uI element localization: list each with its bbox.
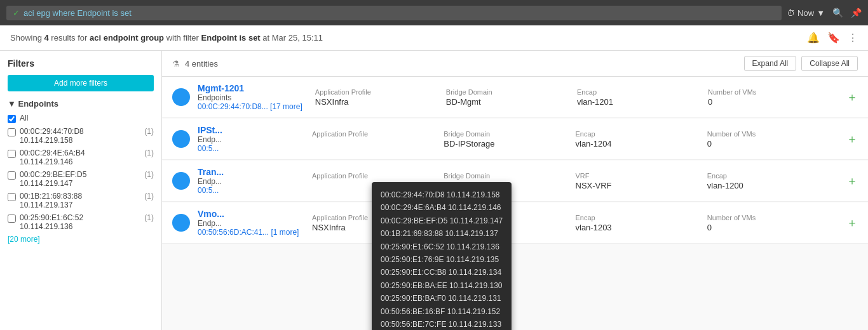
all-label: All: [20, 114, 28, 122]
pin-icon[interactable]: 📌: [851, 8, 862, 18]
tooltip-entry-11: 00:50:56:BE:7C:FE 10.114.219.133: [381, 318, 503, 330]
filter-funnel-icon: ⚗: [172, 59, 180, 69]
epg-col-value-encap-2: vlan-1204: [576, 139, 697, 148]
epg-col-value-vms-1: 0: [708, 97, 829, 107]
tooltip-entry-7: 00:25:90:E1:CC:B8 10.114.219.134: [381, 266, 503, 279]
entity-type: aci endpoint group: [90, 33, 164, 43]
toolbar-right: Expand All Collapse All: [744, 56, 858, 71]
epg-expand-4[interactable]: ＋: [846, 215, 858, 230]
filter-checkbox-5[interactable]: [8, 214, 16, 223]
epg-col-value-bd-1: BD-Mgmt: [446, 97, 567, 107]
epg-col-value-vms-4: 0: [707, 223, 829, 232]
sidebar: Filters Add more filters ▼ Endpoints All…: [0, 51, 162, 330]
epg-circle-3: [172, 172, 190, 190]
epg-endpoint-more-4[interactable]: [1 more]: [271, 228, 299, 237]
filter-checkbox-1[interactable]: [8, 128, 16, 136]
filter-count-1: (1): [144, 127, 154, 136]
epg-sub-3: Endp...: [198, 177, 299, 186]
header-icons: 🔔 🔖 ⋮: [807, 32, 858, 44]
epg-col-label-vrf-3: VRF: [576, 172, 697, 180]
now-button[interactable]: ⏱ Now ▼: [787, 8, 825, 18]
epg-endpoint-text-2[interactable]: 00:5...: [198, 144, 219, 153]
top-bar-icons: ⏱ Now ▼ 🔍 📌: [787, 8, 862, 18]
epg-col-label-vms-1: Number of VMs: [708, 88, 829, 96]
epg-col-app-1: Application Profile NSXInfra: [310, 88, 441, 107]
tooltip-entry-1: 00:0C:29:44:70:D8 10.114.219.158: [381, 188, 503, 201]
epg-info-1: Mgmt-1201 Endpoints 00:0C:29:44:70:D8...…: [198, 83, 302, 111]
epg-name-1[interactable]: Mgmt-1201: [198, 83, 302, 93]
filter-item-2[interactable]: 00:0C:29:4E:6A:B410.114.219.146 (1): [8, 148, 154, 166]
filter-all[interactable]: All: [8, 114, 154, 123]
epg-endpoint-more-1[interactable]: [17 more]: [270, 102, 302, 111]
epg-col-label-vms-2: Number of VMs: [707, 130, 829, 138]
tooltip-entry-2: 00:0C:29:4E:6A:B4 10.114.219.146: [381, 201, 503, 214]
epg-endpoint-1[interactable]: 00:0C:29:44:70:D8... [17 more]: [198, 102, 302, 111]
epg-col-vms-4: Number of VMs 0: [702, 214, 834, 232]
expand-all-button[interactable]: Expand All: [744, 56, 797, 71]
filter-item-4[interactable]: 00:1B:21:69:83:8810.114.219.137 (1): [8, 192, 154, 209]
add-filter-button[interactable]: Add more filters: [8, 75, 154, 91]
search-query-bar[interactable]: ✓ aci epg where Endpoint is set: [6, 6, 782, 20]
main-layout: Filters Add more filters ▼ Endpoints All…: [0, 51, 868, 330]
epg-cols-2: Application Profile Bridge Domain BD-IPS…: [307, 130, 834, 148]
epg-row-header-1: Mgmt-1201 Endpoints 00:0C:29:44:70:D8...…: [162, 77, 868, 117]
check-icon: ✓: [13, 8, 20, 18]
filter-checkbox-2[interactable]: [8, 150, 16, 158]
more-icon[interactable]: ⋮: [848, 32, 858, 44]
epg-endpoint-text-3[interactable]: 00:5...: [198, 186, 219, 195]
epg-col-label-encap-2: Encap: [576, 130, 697, 138]
bookmark-icon[interactable]: 🔖: [827, 32, 840, 44]
all-checkbox[interactable]: [8, 115, 16, 123]
epg-row-4: Vmo... Endp... 00:50:56:6D:AC:41... [1 m…: [162, 202, 868, 244]
filter-item-1[interactable]: 00:0C:29:44:70:D810.114.219.158 (1): [8, 127, 154, 145]
epg-col-label-app-1: Application Profile: [315, 88, 436, 96]
epg-name-4[interactable]: Vmo...: [198, 209, 299, 219]
epg-col-value-encap-1: vlan-1201: [577, 97, 698, 107]
sidebar-title: Filters: [8, 58, 154, 69]
epg-col-label-vms-4: Number of VMs: [707, 214, 829, 221]
epg-endpoint-3[interactable]: 00:5...: [198, 186, 299, 195]
epg-col-value-app-1: NSXInfra: [315, 97, 436, 107]
epg-col-vms-2: Number of VMs 0: [702, 130, 834, 148]
filter-checkbox-4[interactable]: [8, 193, 16, 201]
epg-expand-2[interactable]: ＋: [846, 131, 858, 147]
bell-icon[interactable]: 🔔: [807, 32, 820, 44]
tooltip-entry-5: 00:25:90:E1:6C:52 10.114.219.136: [381, 241, 503, 253]
filter-section-endpoints[interactable]: ▼ Endpoints: [8, 99, 154, 109]
epg-cols-1: Application Profile NSXInfra Bridge Doma…: [310, 88, 834, 107]
toolbar-left: ⚗ 4 entities: [172, 59, 218, 69]
epg-col-encap-4: Encap vlan-1203: [571, 214, 702, 232]
epg-col-vms-1: Number of VMs 0: [703, 88, 834, 107]
epg-endpoint-4[interactable]: 00:50:56:6D:AC:41... [1 more]: [198, 228, 299, 237]
collapse-all-button[interactable]: Collapse All: [801, 56, 858, 71]
filter-label-3: 00:0C:29:BE:EF:D510.114.219.147: [20, 170, 86, 188]
tooltip-entry-4: 00:1B:21:69:83:88 10.114.219.137: [381, 227, 503, 240]
epg-expand-1[interactable]: ＋: [846, 89, 858, 105]
epg-endpoint-text-1[interactable]: 00:0C:29:44:70:D8...: [198, 102, 268, 111]
result-count: 4: [44, 33, 48, 43]
filter-item-3[interactable]: 00:0C:29:BE:EF:D510.114.219.147 (1): [8, 170, 154, 188]
epg-col-vrf-3: VRF NSX-VRF: [571, 172, 702, 190]
filter-count-5: (1): [144, 213, 154, 222]
results-text: Showing 4 results for aci endpoint group…: [10, 33, 323, 43]
epg-sub-2: Endp...: [198, 135, 299, 144]
epg-endpoint-2[interactable]: 00:5...: [198, 144, 299, 153]
filter-checkbox-3[interactable]: [8, 171, 16, 180]
epg-sub-4: Endp...: [198, 219, 299, 228]
epg-col-bd-2: Bridge Domain BD-IPStorage: [438, 130, 570, 148]
epg-endpoint-text-4[interactable]: 00:50:56:6D:AC:41...: [198, 228, 269, 237]
filter-label-1: 00:0C:29:44:70:D810.114.219.158: [20, 127, 84, 145]
filter-item-5[interactable]: 00:25:90:E1:6C:5210.114.219.136 (1): [8, 213, 154, 231]
epg-circle-2: [172, 130, 190, 148]
epg-name-2[interactable]: IPSt...: [198, 125, 299, 135]
filter-more-link[interactable]: [20 more]: [8, 235, 154, 244]
epg-info-2: IPSt... Endp... 00:5...: [198, 125, 299, 153]
filter-label-4: 00:1B:21:69:83:8810.114.219.137: [20, 192, 82, 209]
epg-expand-3[interactable]: ＋: [846, 173, 858, 188]
filter-toolbar: ⚗ 4 entities Expand All Collapse All: [162, 51, 868, 77]
epg-col-encap-3: Encap vlan-1200: [702, 172, 834, 190]
epg-row-3: Tran... Endp... 00:5... Application Prof…: [162, 161, 868, 202]
search-icon[interactable]: 🔍: [832, 8, 843, 18]
epg-row-header-4: Vmo... Endp... 00:50:56:6D:AC:41... [1 m…: [162, 202, 868, 243]
epg-name-3[interactable]: Tran...: [198, 167, 299, 177]
